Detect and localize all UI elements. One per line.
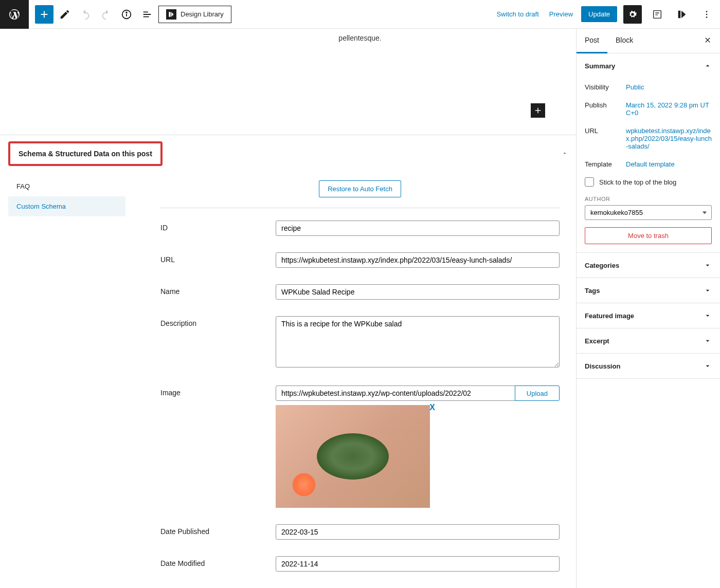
rankmath-button[interactable] bbox=[648, 5, 667, 24]
author-select[interactable]: kemokukeko7855 bbox=[585, 205, 712, 220]
image-url-input[interactable] bbox=[276, 385, 515, 401]
switch-to-draft-button[interactable]: Switch to draft bbox=[494, 7, 541, 21]
author-heading: AUTHOR bbox=[585, 196, 712, 202]
design-library-button[interactable]: Design Library bbox=[158, 6, 231, 23]
publish-value[interactable]: March 15, 2022 9:28 pm UTC+0 bbox=[626, 101, 712, 117]
template-label: Template bbox=[585, 160, 626, 168]
url-value[interactable]: wpkubetest.instawp.xyz/index.php/2022/03… bbox=[626, 127, 712, 150]
field-date-published: Date Published bbox=[160, 524, 560, 540]
categories-header[interactable]: Categories bbox=[577, 253, 720, 278]
move-to-trash-button[interactable]: Move to trash bbox=[585, 227, 712, 244]
url-label: URL bbox=[585, 127, 626, 135]
excerpt-header[interactable]: Excerpt bbox=[577, 328, 720, 353]
info-button[interactable] bbox=[117, 5, 136, 24]
toolbar-right: Switch to draft Preview Update bbox=[494, 5, 716, 24]
editor-canvas: pellentesque. Schema & Structured Data o… bbox=[0, 29, 576, 588]
design-library-label: Design Library bbox=[181, 10, 224, 18]
svg-point-4 bbox=[706, 11, 708, 12]
field-description: Description bbox=[160, 316, 560, 369]
kadence-settings-button[interactable] bbox=[673, 5, 691, 24]
publish-row: Publish March 15, 2022 9:28 pm UTC+0 bbox=[585, 96, 712, 122]
wordpress-logo-button[interactable] bbox=[0, 0, 29, 29]
kadence-settings-icon bbox=[676, 9, 688, 20]
plus-icon bbox=[39, 9, 50, 20]
info-icon bbox=[121, 9, 132, 20]
sticky-checkbox[interactable] bbox=[585, 177, 594, 187]
featured-image-section: Featured image bbox=[577, 303, 720, 328]
editor-toolbar: Design Library Switch to draft Preview U… bbox=[0, 0, 720, 29]
schema-tab-custom[interactable]: Custom Schema bbox=[8, 196, 125, 216]
url-row: URL wpkubetest.instawp.xyz/index.php/202… bbox=[585, 122, 712, 155]
description-textarea[interactable] bbox=[276, 316, 560, 368]
tab-block[interactable]: Block bbox=[607, 29, 641, 53]
settings-button[interactable] bbox=[623, 5, 642, 24]
summary-header[interactable]: Summary bbox=[577, 53, 720, 78]
visibility-value[interactable]: Public bbox=[626, 83, 712, 91]
field-label: URL bbox=[160, 252, 263, 264]
summary-title: Summary bbox=[585, 62, 615, 70]
toolbar-left: Design Library bbox=[4, 0, 231, 29]
chevron-down-icon bbox=[704, 362, 712, 370]
publish-label: Publish bbox=[585, 101, 626, 109]
note-icon bbox=[652, 9, 663, 20]
schema-tab-faq[interactable]: FAQ bbox=[8, 176, 125, 196]
date-modified-input[interactable] bbox=[276, 556, 560, 572]
schema-panel-header: Schema & Structured Data on this post bbox=[0, 135, 576, 172]
inline-add-block-button[interactable] bbox=[531, 103, 545, 118]
schema-collapse-toggle[interactable] bbox=[562, 150, 568, 158]
more-options-button[interactable] bbox=[697, 5, 716, 24]
schema-content: Restore to Auto Fetch ID URL Name Descri… bbox=[144, 172, 576, 588]
schema-meta-box: Schema & Structured Data on this post FA… bbox=[0, 135, 576, 588]
svg-point-6 bbox=[706, 16, 708, 18]
post-content[interactable]: pellentesque. bbox=[82, 29, 494, 63]
upload-button[interactable]: Upload bbox=[515, 385, 560, 401]
outline-button[interactable] bbox=[138, 5, 156, 24]
gear-icon bbox=[627, 9, 638, 20]
name-input[interactable] bbox=[276, 284, 560, 300]
url-input[interactable] bbox=[276, 252, 560, 268]
sidebar-tabs: Post Block bbox=[577, 29, 720, 53]
redo-button[interactable] bbox=[97, 5, 115, 24]
schema-tabs: FAQ Custom Schema bbox=[0, 172, 134, 220]
chevron-down-icon bbox=[704, 286, 712, 295]
triangle-up-icon bbox=[562, 150, 568, 156]
template-value[interactable]: Default template bbox=[626, 160, 712, 168]
field-date-modified: Date Modified bbox=[160, 556, 560, 572]
schema-panel-title: Schema & Structured Data on this post bbox=[8, 141, 163, 166]
sticky-row: Stick to the top of the blog bbox=[585, 173, 712, 191]
restore-auto-fetch-button[interactable]: Restore to Auto Fetch bbox=[319, 180, 401, 197]
pencil-icon bbox=[59, 9, 70, 20]
section-title: Featured image bbox=[585, 312, 634, 320]
kadence-icon bbox=[166, 9, 176, 20]
categories-section: Categories bbox=[577, 253, 720, 278]
date-published-input[interactable] bbox=[276, 524, 560, 540]
add-block-button[interactable] bbox=[35, 5, 53, 24]
wordpress-icon bbox=[8, 8, 21, 21]
sticky-label: Stick to the top of the blog bbox=[599, 178, 676, 186]
field-label: Date Modified bbox=[160, 556, 263, 567]
excerpt-section: Excerpt bbox=[577, 328, 720, 354]
field-label: ID bbox=[160, 220, 263, 232]
chevron-up-icon bbox=[704, 62, 712, 70]
svg-rect-3 bbox=[654, 10, 661, 18]
content-text: pellentesque. bbox=[338, 34, 381, 42]
tags-header[interactable]: Tags bbox=[577, 278, 720, 303]
summary-body: Visibility Public Publish March 15, 2022… bbox=[577, 78, 720, 252]
svg-point-5 bbox=[706, 13, 708, 15]
field-label: Description bbox=[160, 316, 263, 327]
image-remove-button[interactable]: X bbox=[429, 403, 435, 412]
summary-section: Summary Visibility Public Publish March … bbox=[577, 53, 720, 253]
preview-button[interactable]: Preview bbox=[547, 7, 575, 21]
edit-button[interactable] bbox=[56, 5, 74, 24]
section-title: Categories bbox=[585, 262, 619, 269]
redo-icon bbox=[100, 9, 112, 20]
section-title: Discussion bbox=[585, 362, 620, 370]
svg-point-2 bbox=[126, 12, 127, 13]
update-button[interactable]: Update bbox=[581, 6, 617, 22]
featured-image-header[interactable]: Featured image bbox=[577, 303, 720, 328]
close-sidebar-button[interactable] bbox=[695, 29, 720, 53]
discussion-header[interactable]: Discussion bbox=[577, 354, 720, 378]
undo-button[interactable] bbox=[76, 5, 95, 24]
tab-post[interactable]: Post bbox=[577, 29, 607, 53]
id-input[interactable] bbox=[276, 220, 560, 236]
